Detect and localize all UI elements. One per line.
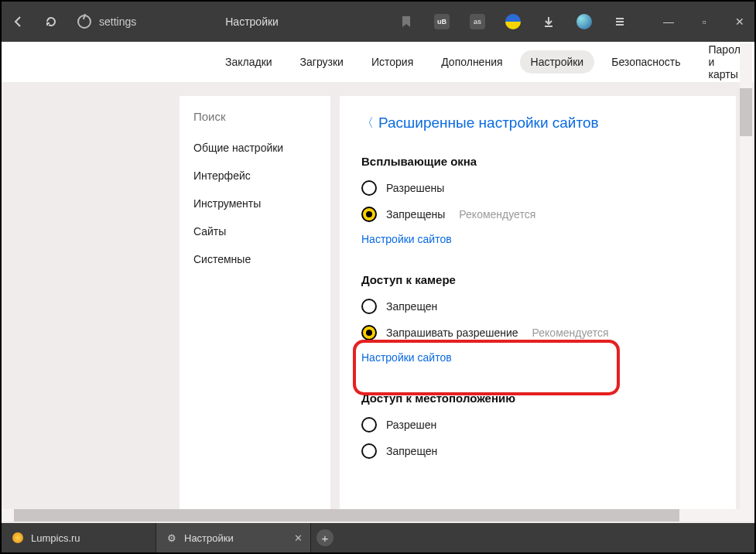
address-bar[interactable]: settings	[77, 15, 136, 29]
new-tab-button[interactable]: +	[311, 523, 339, 552]
chevron-left-icon: 〈	[361, 115, 374, 132]
minimize-button[interactable]: —	[663, 15, 674, 28]
nav-tab-2[interactable]: История	[361, 50, 424, 74]
gear-icon: ⚙	[167, 532, 176, 544]
breadcrumb[interactable]: 〈 Расширенные настройки сайтов	[361, 115, 714, 132]
recommended-label: Рекомендуется	[459, 208, 535, 221]
radio-icon[interactable]	[361, 180, 377, 196]
radio-label: Запрещены	[386, 208, 445, 221]
radio-label: Запрашивать разрешение	[386, 327, 518, 339]
nav-tab-5[interactable]: Безопасность	[600, 50, 691, 74]
radio-icon[interactable]	[361, 299, 377, 314]
vertical-scrollbar[interactable]	[740, 43, 752, 522]
settings-sidebar: Общие настройкиИнтерфейсИнструментыСайты…	[180, 96, 330, 517]
radio-label: Разрешены	[386, 182, 444, 194]
radio-icon[interactable]	[361, 443, 377, 459]
radio-option[interactable]: Запрещен	[361, 443, 714, 459]
close-tab-icon[interactable]: ✕	[294, 532, 303, 544]
settings-main: 〈 Расширенные настройки сайтов Всплывающ…	[340, 96, 736, 517]
section-title: Всплывающие окна	[361, 155, 714, 168]
bookmark-icon[interactable]	[399, 14, 414, 29]
browser-tabbar: Lumpics.ru⚙Настройки✕+	[2, 523, 754, 552]
downloads-icon[interactable]	[541, 14, 556, 29]
maximize-button[interactable]: ▫	[699, 15, 710, 28]
titlebar: settings Настройки uB as — ▫ ✕	[2, 2, 754, 42]
yandex-icon	[77, 15, 91, 29]
sidebar-item-1[interactable]: Интерфейс	[180, 162, 330, 190]
radio-label: Разрешен	[386, 419, 436, 431]
radio-option[interactable]: Запрещен	[361, 299, 714, 314]
section-1: Доступ к камереЗапрещенЗапрашивать разре…	[361, 273, 714, 364]
reload-icon[interactable]	[43, 14, 59, 29]
section-2: Доступ к местоположениюРазрешенЗапрещен	[361, 392, 714, 459]
nav-tab-4[interactable]: Настройки	[520, 50, 595, 74]
browser-tab-0[interactable]: Lumpics.ru	[2, 523, 156, 552]
nav-tab-1[interactable]: Загрузки	[289, 50, 354, 74]
back-icon[interactable]	[11, 14, 26, 29]
profile-icon[interactable]	[576, 14, 592, 29]
favicon-icon	[12, 532, 23, 543]
breadcrumb-text: Расширенные настройки сайтов	[378, 115, 599, 132]
horizontal-scrollbar[interactable]	[2, 509, 741, 522]
radio-option[interactable]: ЗапрещеныРекомендуется	[361, 207, 714, 222]
radio-icon[interactable]	[361, 325, 377, 340]
sidebar-item-3[interactable]: Сайты	[180, 217, 330, 245]
site-settings-link[interactable]: Настройки сайтов	[361, 233, 714, 245]
recommended-label: Рекомендуется	[532, 327, 609, 339]
plus-icon: +	[316, 529, 334, 546]
radio-option[interactable]: Разрешены	[361, 180, 714, 196]
ukraine-flag-icon[interactable]	[505, 14, 521, 29]
sidebar-item-4[interactable]: Системные	[180, 245, 330, 273]
close-button[interactable]: ✕	[734, 15, 745, 28]
radio-label: Запрещен	[386, 445, 437, 457]
sidebar-item-0[interactable]: Общие настройки	[180, 134, 330, 162]
section-title: Доступ к камере	[361, 273, 714, 286]
radio-option[interactable]: Запрашивать разрешениеРекомендуется	[361, 325, 714, 340]
sidebar-item-2[interactable]: Инструменты	[180, 190, 330, 217]
nav-tab-3[interactable]: Дополнения	[430, 50, 513, 74]
radio-icon[interactable]	[361, 417, 377, 433]
page-title: Настройки	[225, 15, 279, 28]
address-text: settings	[99, 15, 136, 28]
settings-nav: ЗакладкиЗагрузкиИсторияДополненияНастрой…	[2, 42, 754, 82]
section-title: Доступ к местоположению	[361, 392, 714, 405]
radio-label: Запрещен	[386, 300, 437, 313]
nav-tab-0[interactable]: Закладки	[214, 50, 283, 74]
search-input[interactable]	[180, 96, 330, 134]
browser-tab-1[interactable]: ⚙Настройки✕	[156, 523, 311, 552]
radio-option[interactable]: Разрешен	[361, 417, 714, 433]
section-0: Всплывающие окнаРазрешеныЗапрещеныРекоме…	[361, 155, 714, 245]
site-settings-link[interactable]: Настройки сайтов	[361, 351, 714, 364]
lastfm-icon[interactable]: as	[470, 14, 485, 29]
menu-icon[interactable]	[612, 14, 628, 29]
radio-icon[interactable]	[361, 207, 377, 222]
tab-title: Lumpics.ru	[31, 532, 80, 544]
tab-title: Настройки	[184, 532, 234, 544]
ublock-icon[interactable]: uB	[434, 14, 450, 29]
